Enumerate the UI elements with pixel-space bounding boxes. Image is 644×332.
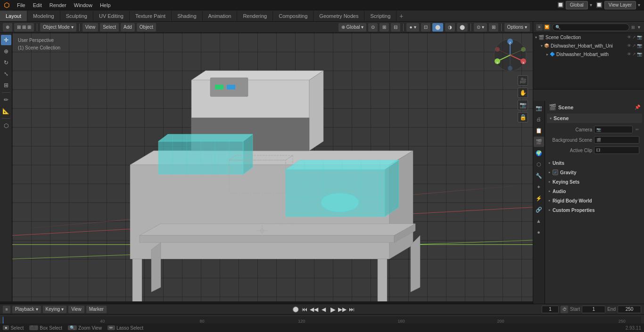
keying-sets-header[interactable]: ▸ Keying Sets [547, 178, 642, 186]
snap-mode-btn[interactable]: ⊞ [380, 23, 389, 32]
select-btn-3[interactable]: ↗ [632, 52, 636, 57]
timeline-panel-icon[interactable]: ≡ [3, 306, 10, 313]
material-view-btn[interactable]: ◑ [445, 23, 455, 32]
outliner-search[interactable]: 🔍 [552, 24, 629, 31]
navigation-gizmo[interactable]: Z X Y [493, 38, 528, 73]
outliner-sort-btn[interactable]: ⊞ [631, 25, 635, 30]
object-menu-btn[interactable]: Object [137, 23, 156, 32]
props-material-icon[interactable]: ● [534, 227, 544, 237]
rigid-body-header[interactable]: ▸ Rigid Body World [547, 196, 642, 205]
solid-view-btn[interactable]: ⬤ [432, 23, 443, 32]
gravity-header[interactable]: ▸ ✓ Gravity [547, 168, 642, 177]
scene-selector[interactable]: Global [566, 1, 588, 9]
props-world-icon[interactable]: 🌍 [534, 148, 544, 158]
tool-rotate[interactable]: ↻ [1, 57, 11, 68]
props-scene-icon[interactable]: 🎬 [534, 137, 544, 147]
custom-props-header[interactable]: ▸ Custom Properties [547, 206, 642, 214]
camera-view-btn[interactable]: 🎥 [518, 75, 528, 86]
tool-transform[interactable]: ⊞ [1, 80, 11, 90]
tool-cursor[interactable]: ✛ [1, 35, 11, 45]
tab-modeling[interactable]: Modeling [27, 11, 60, 21]
prev-keyframe-btn[interactable]: ◀◀ [310, 306, 318, 313]
props-data-icon[interactable]: ▲ [534, 216, 544, 226]
options-btn[interactable]: Options▾ [504, 23, 530, 32]
outliner-row-dishwasher-mesh[interactable]: ▸ 🔷 Dishwasher_Hobart_with 👁 ↗ 📷 [533, 50, 644, 58]
gravity-checkbox[interactable]: ✓ [553, 170, 558, 175]
render-camera-btn[interactable]: 📷 [518, 100, 528, 110]
active-clip-value[interactable]: 🎞 [594, 146, 639, 154]
global-transform-btn[interactable]: ⊕ Global ▾ [339, 23, 367, 32]
snap-btn[interactable]: ⊞⊞⊞ [14, 23, 34, 32]
proportional-btn[interactable]: ⊙ [368, 23, 378, 32]
playback-btn[interactable]: Playback ▾ [12, 306, 41, 313]
viewport-shading-btn[interactable]: ●▾ [406, 23, 419, 32]
add-menu-btn[interactable]: Add [121, 23, 135, 32]
visibility-btn-2[interactable]: 👁 [627, 43, 631, 48]
current-frame-input[interactable] [542, 306, 559, 313]
props-view-layer-icon[interactable]: 📋 [534, 125, 544, 136]
tool-scale[interactable]: ⤡ [1, 69, 11, 79]
xray-btn[interactable]: ⊞ [489, 23, 498, 32]
props-pin-btn[interactable]: 📌 [635, 105, 640, 110]
fps-settings-btn[interactable]: ⏱ [561, 306, 568, 313]
tab-geometry-nodes[interactable]: Geometry Nodes [314, 11, 364, 21]
start-frame-input[interactable] [582, 306, 605, 313]
camera-value[interactable]: 📷 [594, 126, 633, 133]
menu-file[interactable]: File [13, 0, 29, 10]
menu-render[interactable]: Render [46, 0, 70, 10]
view-layer-selector[interactable]: View Layer [604, 1, 636, 9]
tab-sculpting[interactable]: Sculpting [60, 11, 93, 21]
render-btn[interactable]: 📷 [637, 35, 642, 40]
jump-start-btn[interactable]: ⏮ [301, 306, 308, 313]
tool-add-cube[interactable]: ⬡ [1, 121, 11, 131]
play-backward-btn[interactable]: ◀ [320, 306, 327, 313]
jump-end-btn[interactable]: ⏭ [348, 306, 355, 313]
camera-edit-btn[interactable]: ✏ [636, 127, 639, 132]
tab-scripting[interactable]: Scripting [364, 11, 396, 21]
tab-compositing[interactable]: Compositing [273, 11, 314, 21]
marker-btn[interactable]: Marker [86, 306, 107, 313]
props-object-icon[interactable]: ⬡ [534, 159, 544, 170]
visibility-btn[interactable]: 👁 [627, 35, 631, 40]
props-physics-icon[interactable]: ⚡ [534, 193, 544, 203]
wireframe-btn[interactable]: ⊡ [421, 23, 430, 32]
rendered-view-btn[interactable]: ⬤ [457, 23, 468, 32]
select-btn-2[interactable]: ↗ [632, 43, 636, 48]
tab-rendering[interactable]: Rendering [237, 11, 273, 21]
background-scene-value[interactable]: 🎬 [594, 136, 639, 144]
tab-texture-paint[interactable]: Texture Paint [130, 11, 172, 21]
menu-edit[interactable]: Edit [29, 0, 46, 10]
view-tl-btn[interactable]: View [68, 306, 84, 313]
end-frame-input[interactable] [618, 306, 641, 313]
tab-animation[interactable]: Animation [203, 11, 238, 21]
tab-uv-editing[interactable]: UV Editing [93, 11, 130, 21]
visibility-btn-3[interactable]: 👁 [627, 52, 631, 57]
object-mode-btn[interactable]: Object Mode ▾ [40, 23, 76, 32]
outliner-icon-btn[interactable]: ≡ [536, 24, 543, 31]
add-workspace-tab[interactable]: + [396, 11, 406, 21]
select-menu-btn[interactable]: Select [100, 23, 119, 32]
keying-btn[interactable]: Keying ▾ [43, 306, 67, 313]
scene-section-header[interactable]: ▾ Scene [547, 113, 642, 123]
units-header[interactable]: ▸ Units [547, 159, 642, 167]
outliner-filter-toggle[interactable]: ▼ [637, 25, 641, 30]
props-constraints-icon[interactable]: 🔗 [534, 204, 544, 215]
snap-toggle-btn[interactable]: ⊟ [391, 23, 400, 32]
render-btn-3[interactable]: 📷 [637, 52, 642, 57]
select-btn[interactable]: ↗ [632, 35, 636, 40]
3d-viewport[interactable]: User Perspective (1) Scene Collection Z … [12, 33, 533, 301]
render-btn-2[interactable]: 📷 [637, 43, 642, 48]
audio-header[interactable]: ▸ Audio [547, 187, 642, 195]
play-btn[interactable]: ▶ [329, 306, 337, 313]
lock-btn[interactable]: 🔒 [518, 112, 528, 122]
tool-move[interactable]: ⊕ [1, 46, 11, 57]
tool-measure[interactable]: 📐 [1, 106, 11, 116]
outliner-row-dishwasher-hobart[interactable]: ▾ 📦 Dishwasher_Hobart_with_Uni 👁 ↗ 📷 [533, 41, 644, 50]
outliner-row-scene-collection[interactable]: ▾ 🎬 Scene Collection 👁 ↗ 📷 [533, 33, 644, 41]
menu-help[interactable]: Help [96, 0, 115, 10]
hand-tool-btn[interactable]: ✋ [518, 88, 528, 98]
menu-window[interactable]: Window [70, 0, 96, 10]
next-keyframe-btn[interactable]: ▶▶ [339, 306, 346, 313]
props-particles-icon[interactable]: ✦ [534, 182, 544, 192]
tab-layout[interactable]: Layout [0, 11, 27, 21]
